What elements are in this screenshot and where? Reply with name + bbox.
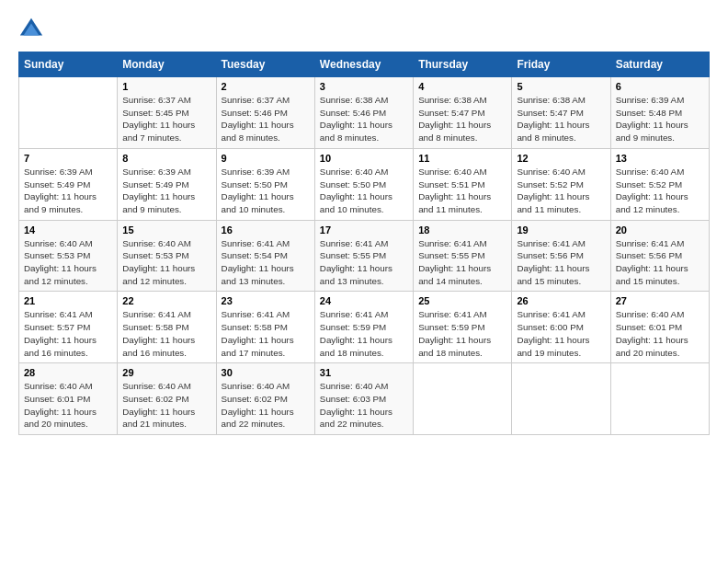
calendar-cell: 30Sunrise: 6:40 AM Sunset: 6:02 PM Dayli… [216, 363, 314, 435]
day-info: Sunrise: 6:39 AM Sunset: 5:50 PM Dayligh… [222, 166, 310, 216]
day-number: 24 [320, 295, 408, 306]
calendar-cell: 17Sunrise: 6:41 AM Sunset: 5:55 PM Dayli… [314, 220, 413, 292]
day-info: Sunrise: 6:41 AM Sunset: 5:59 PM Dayligh… [320, 308, 408, 359]
day-info: Sunrise: 6:41 AM Sunset: 5:57 PM Dayligh… [24, 308, 112, 359]
calendar-cell: 25Sunrise: 6:41 AM Sunset: 5:59 PM Dayli… [414, 292, 512, 363]
day-header-tuesday: Tuesday [216, 52, 314, 77]
day-number: 31 [320, 367, 408, 378]
day-number: 23 [222, 295, 310, 306]
calendar-cell: 26Sunrise: 6:41 AM Sunset: 6:00 PM Dayli… [512, 292, 610, 363]
day-number: 25 [418, 295, 506, 306]
header [18, 17, 710, 42]
day-number: 6 [616, 81, 704, 92]
day-number: 4 [418, 81, 506, 92]
day-info: Sunrise: 6:38 AM Sunset: 5:46 PM Dayligh… [320, 94, 408, 144]
day-info: Sunrise: 6:39 AM Sunset: 5:48 PM Dayligh… [616, 94, 704, 144]
calendar-cell: 1Sunrise: 6:37 AM Sunset: 5:45 PM Daylig… [118, 77, 216, 149]
calendar-cell: 16Sunrise: 6:41 AM Sunset: 5:54 PM Dayli… [216, 220, 314, 292]
calendar-cell: 22Sunrise: 6:41 AM Sunset: 5:58 PM Dayli… [118, 292, 216, 363]
day-info: Sunrise: 6:37 AM Sunset: 5:46 PM Dayligh… [222, 94, 310, 144]
header-row: SundayMondayTuesdayWednesdayThursdayFrid… [19, 52, 710, 77]
page: SundayMondayTuesdayWednesdayThursdayFrid… [0, 0, 728, 563]
calendar-cell: 6Sunrise: 6:39 AM Sunset: 5:48 PM Daylig… [610, 77, 709, 149]
day-number: 1 [122, 81, 210, 92]
calendar-cell: 29Sunrise: 6:40 AM Sunset: 6:02 PM Dayli… [118, 363, 216, 435]
day-info: Sunrise: 6:40 AM Sunset: 5:53 PM Dayligh… [122, 237, 210, 288]
calendar-cell: 31Sunrise: 6:40 AM Sunset: 6:03 PM Dayli… [314, 363, 413, 435]
calendar-cell: 13Sunrise: 6:40 AM Sunset: 5:52 PM Dayli… [610, 148, 709, 220]
week-row-2: 7Sunrise: 6:39 AM Sunset: 5:49 PM Daylig… [19, 148, 710, 220]
day-number: 5 [517, 81, 605, 92]
day-info: Sunrise: 6:41 AM Sunset: 5:58 PM Dayligh… [122, 308, 210, 359]
calendar-cell: 2Sunrise: 6:37 AM Sunset: 5:46 PM Daylig… [216, 77, 314, 149]
calendar-cell: 5Sunrise: 6:38 AM Sunset: 5:47 PM Daylig… [512, 77, 610, 149]
day-number: 7 [24, 153, 112, 164]
day-info: Sunrise: 6:41 AM Sunset: 5:54 PM Dayligh… [222, 237, 310, 288]
day-info: Sunrise: 6:40 AM Sunset: 5:53 PM Dayligh… [24, 237, 112, 288]
day-info: Sunrise: 6:39 AM Sunset: 5:49 PM Dayligh… [24, 166, 112, 216]
day-info: Sunrise: 6:41 AM Sunset: 5:58 PM Dayligh… [222, 308, 310, 359]
day-header-thursday: Thursday [414, 52, 512, 77]
day-info: Sunrise: 6:40 AM Sunset: 6:03 PM Dayligh… [320, 380, 408, 431]
calendar-cell: 27Sunrise: 6:40 AM Sunset: 6:01 PM Dayli… [610, 292, 709, 363]
day-info: Sunrise: 6:37 AM Sunset: 5:45 PM Dayligh… [122, 94, 210, 144]
logo-icon [18, 17, 44, 42]
day-header-friday: Friday [512, 52, 610, 77]
calendar-cell: 21Sunrise: 6:41 AM Sunset: 5:57 PM Dayli… [19, 292, 118, 363]
day-number: 8 [122, 153, 210, 164]
day-info: Sunrise: 6:41 AM Sunset: 5:55 PM Dayligh… [418, 237, 506, 288]
day-header-saturday: Saturday [610, 52, 709, 77]
day-number: 29 [122, 367, 210, 378]
day-number: 11 [418, 153, 506, 164]
day-info: Sunrise: 6:40 AM Sunset: 5:52 PM Dayligh… [616, 166, 704, 216]
day-number: 18 [418, 224, 506, 236]
day-number: 26 [517, 295, 605, 306]
week-row-5: 28Sunrise: 6:40 AM Sunset: 6:01 PM Dayli… [19, 363, 710, 435]
calendar-cell [19, 77, 118, 149]
calendar-cell: 10Sunrise: 6:40 AM Sunset: 5:50 PM Dayli… [314, 148, 413, 220]
calendar-cell: 12Sunrise: 6:40 AM Sunset: 5:52 PM Dayli… [512, 148, 610, 220]
day-info: Sunrise: 6:40 AM Sunset: 5:52 PM Dayligh… [517, 166, 605, 216]
logo [18, 17, 48, 42]
day-header-sunday: Sunday [19, 52, 118, 77]
week-row-1: 1Sunrise: 6:37 AM Sunset: 5:45 PM Daylig… [19, 77, 710, 149]
day-number: 12 [517, 153, 605, 164]
day-number: 3 [320, 81, 408, 92]
day-number: 15 [122, 224, 210, 236]
day-info: Sunrise: 6:40 AM Sunset: 6:02 PM Dayligh… [222, 380, 310, 431]
calendar-cell: 4Sunrise: 6:38 AM Sunset: 5:47 PM Daylig… [414, 77, 512, 149]
day-number: 28 [24, 367, 112, 378]
day-number: 16 [222, 224, 310, 236]
day-header-wednesday: Wednesday [314, 52, 413, 77]
day-number: 17 [320, 224, 408, 236]
day-info: Sunrise: 6:41 AM Sunset: 5:59 PM Dayligh… [418, 308, 506, 359]
day-number: 22 [122, 295, 210, 306]
day-info: Sunrise: 6:41 AM Sunset: 6:00 PM Dayligh… [517, 308, 605, 359]
day-number: 14 [24, 224, 112, 236]
calendar-cell: 8Sunrise: 6:39 AM Sunset: 5:49 PM Daylig… [118, 148, 216, 220]
day-number: 10 [320, 153, 408, 164]
calendar-cell: 23Sunrise: 6:41 AM Sunset: 5:58 PM Dayli… [216, 292, 314, 363]
day-number: 20 [616, 224, 704, 236]
calendar-cell: 7Sunrise: 6:39 AM Sunset: 5:49 PM Daylig… [19, 148, 118, 220]
calendar-cell [512, 363, 610, 435]
calendar-cell: 14Sunrise: 6:40 AM Sunset: 5:53 PM Dayli… [19, 220, 118, 292]
day-info: Sunrise: 6:38 AM Sunset: 5:47 PM Dayligh… [517, 94, 605, 144]
day-number: 19 [517, 224, 605, 236]
day-info: Sunrise: 6:41 AM Sunset: 5:56 PM Dayligh… [517, 237, 605, 288]
calendar-cell: 15Sunrise: 6:40 AM Sunset: 5:53 PM Dayli… [118, 220, 216, 292]
calendar-cell [610, 363, 709, 435]
day-info: Sunrise: 6:40 AM Sunset: 5:50 PM Dayligh… [320, 166, 408, 216]
day-info: Sunrise: 6:40 AM Sunset: 6:01 PM Dayligh… [616, 308, 704, 359]
calendar-cell: 20Sunrise: 6:41 AM Sunset: 5:56 PM Dayli… [610, 220, 709, 292]
day-info: Sunrise: 6:40 AM Sunset: 6:02 PM Dayligh… [122, 380, 210, 431]
calendar-cell: 24Sunrise: 6:41 AM Sunset: 5:59 PM Dayli… [314, 292, 413, 363]
calendar-cell: 18Sunrise: 6:41 AM Sunset: 5:55 PM Dayli… [414, 220, 512, 292]
day-number: 9 [222, 153, 310, 164]
calendar-cell: 9Sunrise: 6:39 AM Sunset: 5:50 PM Daylig… [216, 148, 314, 220]
day-number: 13 [616, 153, 704, 164]
day-header-monday: Monday [118, 52, 216, 77]
day-info: Sunrise: 6:38 AM Sunset: 5:47 PM Dayligh… [418, 94, 506, 144]
calendar-cell: 19Sunrise: 6:41 AM Sunset: 5:56 PM Dayli… [512, 220, 610, 292]
day-info: Sunrise: 6:41 AM Sunset: 5:55 PM Dayligh… [320, 237, 408, 288]
